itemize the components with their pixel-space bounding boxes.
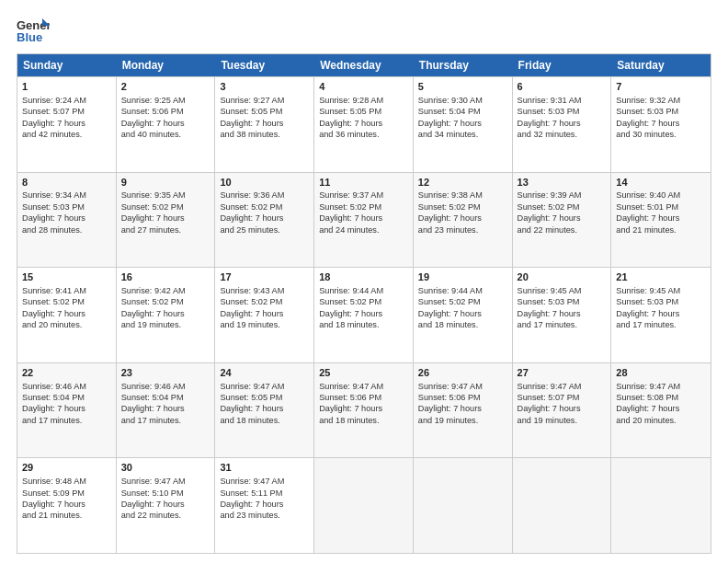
- day-info: Sunset: 5:03 PM: [616, 296, 706, 307]
- day-info: and 17 minutes.: [616, 319, 706, 330]
- day-info: and 27 minutes.: [121, 224, 210, 236]
- day-info: Daylight: 7 hours: [319, 403, 408, 414]
- day-number: 30: [121, 461, 210, 475]
- day-info: Sunset: 5:05 PM: [319, 106, 408, 117]
- calendar-cell: 8Sunrise: 9:34 AMSunset: 5:03 PMDaylight…: [17, 173, 117, 268]
- day-info: Sunset: 5:02 PM: [121, 201, 210, 213]
- day-info: Daylight: 7 hours: [22, 308, 111, 319]
- day-info: and 22 minutes.: [518, 224, 607, 236]
- calendar-cell: 16Sunrise: 9:42 AMSunset: 5:02 PMDayligh…: [117, 268, 216, 362]
- calendar-cell: 1Sunrise: 9:24 AMSunset: 5:07 PMDaylight…: [17, 77, 117, 172]
- calendar-cell: 6Sunrise: 9:31 AMSunset: 5:03 PMDaylight…: [513, 77, 612, 172]
- day-info: Daylight: 7 hours: [22, 403, 111, 414]
- empty-cell: [611, 458, 711, 553]
- calendar-cell: 9Sunrise: 9:35 AMSunset: 5:02 PMDaylight…: [117, 173, 216, 268]
- day-info: Sunrise: 9:46 AM: [22, 381, 111, 392]
- svg-text:Blue: Blue: [17, 30, 42, 44]
- day-info: Sunset: 5:02 PM: [319, 201, 408, 213]
- day-info: Daylight: 7 hours: [319, 308, 408, 319]
- day-info: and 19 minutes.: [518, 415, 607, 426]
- day-info: Sunrise: 9:44 AM: [319, 285, 408, 296]
- day-info: Sunset: 5:05 PM: [220, 392, 309, 403]
- day-info: and 32 minutes.: [518, 129, 607, 140]
- day-info: Sunrise: 9:35 AM: [121, 190, 210, 201]
- day-info: Sunrise: 9:47 AM: [418, 381, 507, 392]
- day-info: Daylight: 7 hours: [616, 403, 706, 414]
- day-info: and 34 minutes.: [418, 129, 507, 140]
- day-number: 7: [616, 80, 706, 94]
- day-info: Sunrise: 9:47 AM: [518, 381, 607, 392]
- day-info: Sunrise: 9:36 AM: [220, 190, 309, 201]
- day-info: Daylight: 7 hours: [616, 308, 706, 319]
- day-info: Sunrise: 9:44 AM: [418, 285, 507, 296]
- day-number: 17: [220, 270, 309, 284]
- day-info: Sunset: 5:04 PM: [418, 106, 507, 117]
- day-info: and 18 minutes.: [220, 415, 309, 426]
- calendar-cell: 27Sunrise: 9:47 AMSunset: 5:07 PMDayligh…: [513, 363, 612, 458]
- day-info: Sunrise: 9:25 AM: [121, 95, 210, 106]
- day-info: Sunset: 5:02 PM: [220, 296, 309, 307]
- day-info: Daylight: 7 hours: [121, 403, 210, 414]
- day-info: and 25 minutes.: [220, 224, 309, 236]
- day-info: Daylight: 7 hours: [220, 213, 309, 224]
- day-info: Sunrise: 9:47 AM: [319, 381, 408, 392]
- day-number: 24: [220, 366, 309, 380]
- day-number: 3: [220, 80, 309, 94]
- calendar: SundayMondayTuesdayWednesdayThursdayFrid…: [17, 53, 711, 554]
- calendar-cell: 5Sunrise: 9:30 AMSunset: 5:04 PMDaylight…: [414, 77, 513, 172]
- day-info: Sunrise: 9:31 AM: [518, 95, 607, 106]
- calendar-row: 8Sunrise: 9:34 AMSunset: 5:03 PMDaylight…: [17, 172, 711, 268]
- weekday-header: Monday: [117, 54, 216, 76]
- day-number: 6: [518, 80, 607, 94]
- empty-cell: [513, 458, 612, 553]
- day-info: Sunset: 5:01 PM: [616, 201, 706, 213]
- day-info: and 18 minutes.: [319, 319, 408, 330]
- day-info: Daylight: 7 hours: [616, 118, 706, 129]
- day-info: and 19 minutes.: [220, 319, 309, 330]
- day-info: Sunset: 5:02 PM: [220, 201, 309, 213]
- day-number: 12: [418, 176, 507, 190]
- day-info: Daylight: 7 hours: [518, 308, 607, 319]
- day-info: Sunrise: 9:47 AM: [220, 476, 309, 487]
- day-info: Sunset: 5:02 PM: [418, 296, 507, 307]
- calendar-cell: 3Sunrise: 9:27 AMSunset: 5:05 PMDaylight…: [215, 77, 314, 172]
- day-number: 29: [22, 461, 111, 475]
- day-number: 27: [518, 366, 607, 380]
- calendar-cell: 31Sunrise: 9:47 AMSunset: 5:11 PMDayligh…: [215, 458, 314, 553]
- weekday-header: Tuesday: [215, 54, 314, 76]
- day-info: and 18 minutes.: [319, 415, 408, 426]
- day-number: 1: [22, 80, 111, 94]
- day-info: and 28 minutes.: [22, 224, 111, 236]
- calendar-cell: 12Sunrise: 9:38 AMSunset: 5:02 PMDayligh…: [414, 173, 513, 268]
- day-number: 31: [220, 461, 309, 475]
- day-info: Sunset: 5:10 PM: [121, 488, 210, 499]
- day-number: 25: [319, 366, 408, 380]
- calendar-cell: 23Sunrise: 9:46 AMSunset: 5:04 PMDayligh…: [117, 363, 216, 458]
- calendar-cell: 20Sunrise: 9:45 AMSunset: 5:03 PMDayligh…: [513, 268, 612, 362]
- day-info: Sunrise: 9:34 AM: [22, 190, 111, 201]
- day-info: Sunset: 5:02 PM: [22, 296, 111, 307]
- day-info: Sunset: 5:07 PM: [22, 106, 111, 117]
- calendar-cell: 30Sunrise: 9:47 AMSunset: 5:10 PMDayligh…: [117, 458, 216, 553]
- calendar-cell: 24Sunrise: 9:47 AMSunset: 5:05 PMDayligh…: [215, 363, 314, 458]
- day-info: Sunset: 5:06 PM: [121, 106, 210, 117]
- calendar-cell: 4Sunrise: 9:28 AMSunset: 5:05 PMDaylight…: [314, 77, 414, 172]
- day-number: 15: [22, 270, 111, 284]
- weekday-header: Wednesday: [314, 54, 414, 76]
- day-info: Daylight: 7 hours: [22, 499, 111, 510]
- calendar-cell: 2Sunrise: 9:25 AMSunset: 5:06 PMDaylight…: [117, 77, 216, 172]
- day-info: Sunrise: 9:47 AM: [220, 381, 309, 392]
- day-number: 16: [121, 270, 210, 284]
- day-info: Daylight: 7 hours: [220, 499, 309, 510]
- day-info: and 19 minutes.: [121, 319, 210, 330]
- day-info: Sunset: 5:11 PM: [220, 488, 309, 499]
- calendar-cell: 21Sunrise: 9:45 AMSunset: 5:03 PMDayligh…: [611, 268, 711, 362]
- calendar-cell: 13Sunrise: 9:39 AMSunset: 5:02 PMDayligh…: [513, 173, 612, 268]
- day-number: 5: [418, 80, 507, 94]
- day-number: 18: [319, 270, 408, 284]
- day-info: Sunrise: 9:40 AM: [616, 190, 706, 201]
- empty-cell: [314, 458, 414, 553]
- weekday-header: Sunday: [17, 54, 117, 76]
- day-info: Daylight: 7 hours: [121, 308, 210, 319]
- day-info: and 23 minutes.: [418, 224, 507, 236]
